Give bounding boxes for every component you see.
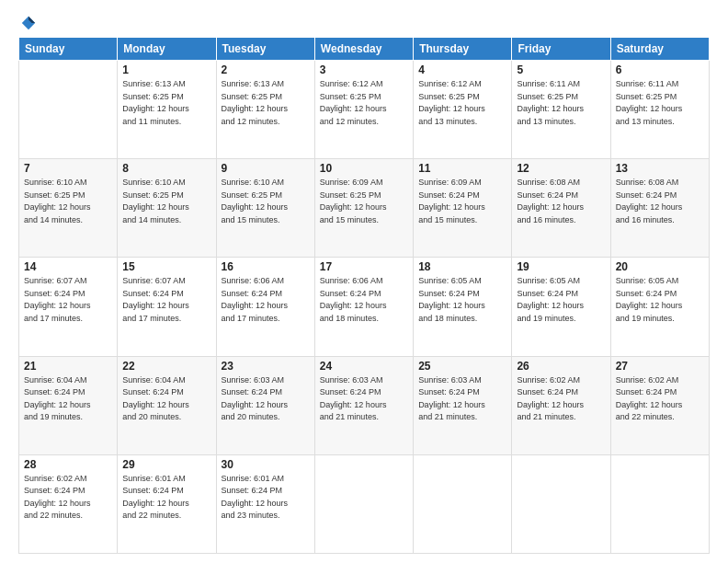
calendar-cell: 7Sunrise: 6:10 AM Sunset: 6:25 PM Daylig… — [19, 159, 118, 258]
day-info: Sunrise: 6:12 AM Sunset: 6:25 PM Dayligh… — [418, 78, 506, 128]
calendar-cell — [610, 454, 709, 553]
calendar-cell: 15Sunrise: 6:07 AM Sunset: 6:24 PM Dayli… — [118, 258, 216, 356]
calendar-week-row: 7Sunrise: 6:10 AM Sunset: 6:25 PM Daylig… — [19, 159, 710, 258]
day-info: Sunrise: 6:10 AM Sunset: 6:25 PM Dayligh… — [122, 177, 210, 226]
day-number: 8 — [122, 162, 210, 175]
day-number: 12 — [517, 162, 605, 175]
day-info: Sunrise: 6:13 AM Sunset: 6:25 PM Dayligh… — [222, 78, 310, 128]
day-number: 25 — [418, 360, 506, 373]
logo-icon — [20, 15, 37, 31]
day-of-week-header: Monday — [118, 38, 216, 61]
day-number: 20 — [616, 260, 704, 273]
calendar-cell: 4Sunrise: 6:12 AM Sunset: 6:25 PM Daylig… — [414, 61, 512, 159]
day-number: 1 — [122, 63, 210, 76]
day-info: Sunrise: 6:10 AM Sunset: 6:25 PM Dayligh… — [24, 177, 112, 226]
day-info: Sunrise: 6:01 AM Sunset: 6:24 PM Dayligh… — [222, 473, 310, 523]
day-number: 23 — [222, 360, 310, 373]
day-info: Sunrise: 6:03 AM Sunset: 6:24 PM Dayligh… — [320, 374, 408, 424]
day-number: 26 — [517, 360, 605, 373]
calendar-cell: 21Sunrise: 6:04 AM Sunset: 6:24 PM Dayli… — [19, 356, 118, 454]
day-of-week-header: Tuesday — [216, 38, 314, 61]
day-info: Sunrise: 6:01 AM Sunset: 6:24 PM Dayligh… — [122, 473, 210, 523]
calendar-cell: 2Sunrise: 6:13 AM Sunset: 6:25 PM Daylig… — [216, 61, 314, 159]
day-number: 14 — [24, 260, 112, 273]
day-number: 15 — [122, 260, 210, 273]
logo — [18, 15, 37, 28]
day-info: Sunrise: 6:08 AM Sunset: 6:24 PM Dayligh… — [517, 177, 605, 226]
day-info: Sunrise: 6:09 AM Sunset: 6:24 PM Dayligh… — [418, 177, 506, 226]
day-info: Sunrise: 6:02 AM Sunset: 6:24 PM Dayligh… — [517, 374, 605, 424]
day-number: 18 — [418, 260, 506, 273]
day-number: 7 — [24, 162, 112, 175]
day-number: 28 — [24, 458, 112, 471]
day-of-week-header: Wednesday — [314, 38, 413, 61]
day-number: 11 — [418, 162, 506, 175]
day-info: Sunrise: 6:09 AM Sunset: 6:25 PM Dayligh… — [320, 177, 408, 226]
day-number: 19 — [517, 260, 605, 273]
calendar-cell — [314, 454, 413, 553]
calendar-cell: 24Sunrise: 6:03 AM Sunset: 6:24 PM Dayli… — [314, 356, 413, 454]
calendar-cell: 14Sunrise: 6:07 AM Sunset: 6:24 PM Dayli… — [19, 258, 118, 356]
calendar-cell: 29Sunrise: 6:01 AM Sunset: 6:24 PM Dayli… — [118, 454, 216, 553]
day-of-week-header: Sunday — [19, 38, 118, 61]
calendar-cell: 17Sunrise: 6:06 AM Sunset: 6:24 PM Dayli… — [314, 258, 413, 356]
day-number: 9 — [222, 162, 310, 175]
day-info: Sunrise: 6:08 AM Sunset: 6:24 PM Dayligh… — [616, 177, 704, 226]
day-of-week-header: Saturday — [610, 38, 709, 61]
day-number: 29 — [122, 458, 210, 471]
day-info: Sunrise: 6:07 AM Sunset: 6:24 PM Dayligh… — [122, 275, 210, 325]
day-number: 24 — [320, 360, 408, 373]
day-number: 5 — [517, 63, 605, 76]
calendar-week-row: 28Sunrise: 6:02 AM Sunset: 6:24 PM Dayli… — [19, 454, 710, 553]
day-number: 22 — [122, 360, 210, 373]
calendar-cell: 19Sunrise: 6:05 AM Sunset: 6:24 PM Dayli… — [512, 258, 610, 356]
calendar-cell: 9Sunrise: 6:10 AM Sunset: 6:25 PM Daylig… — [216, 159, 314, 258]
day-number: 2 — [222, 63, 310, 76]
calendar-cell: 3Sunrise: 6:12 AM Sunset: 6:25 PM Daylig… — [314, 61, 413, 159]
day-info: Sunrise: 6:05 AM Sunset: 6:24 PM Dayligh… — [418, 275, 506, 325]
logo-text — [18, 15, 37, 31]
calendar-cell: 12Sunrise: 6:08 AM Sunset: 6:24 PM Dayli… — [512, 159, 610, 258]
day-info: Sunrise: 6:13 AM Sunset: 6:25 PM Dayligh… — [122, 78, 210, 128]
calendar-cell: 11Sunrise: 6:09 AM Sunset: 6:24 PM Dayli… — [414, 159, 512, 258]
day-info: Sunrise: 6:10 AM Sunset: 6:25 PM Dayligh… — [222, 177, 310, 226]
calendar-week-row: 21Sunrise: 6:04 AM Sunset: 6:24 PM Dayli… — [19, 356, 710, 454]
calendar-cell: 28Sunrise: 6:02 AM Sunset: 6:24 PM Dayli… — [19, 454, 118, 553]
page: SundayMondayTuesdayWednesdayThursdayFrid… — [0, 0, 728, 563]
day-number: 30 — [222, 458, 310, 471]
calendar-week-row: 1Sunrise: 6:13 AM Sunset: 6:25 PM Daylig… — [19, 61, 710, 159]
day-info: Sunrise: 6:04 AM Sunset: 6:24 PM Dayligh… — [24, 374, 112, 424]
calendar-cell — [512, 454, 610, 553]
calendar-cell: 27Sunrise: 6:02 AM Sunset: 6:24 PM Dayli… — [610, 356, 709, 454]
day-info: Sunrise: 6:11 AM Sunset: 6:25 PM Dayligh… — [616, 78, 704, 128]
calendar-week-row: 14Sunrise: 6:07 AM Sunset: 6:24 PM Dayli… — [19, 258, 710, 356]
calendar-cell: 25Sunrise: 6:03 AM Sunset: 6:24 PM Dayli… — [414, 356, 512, 454]
day-number: 21 — [24, 360, 112, 373]
calendar-cell: 30Sunrise: 6:01 AM Sunset: 6:24 PM Dayli… — [216, 454, 314, 553]
day-info: Sunrise: 6:03 AM Sunset: 6:24 PM Dayligh… — [418, 374, 506, 424]
header — [18, 15, 710, 28]
day-info: Sunrise: 6:04 AM Sunset: 6:24 PM Dayligh… — [122, 374, 210, 424]
day-number: 6 — [616, 63, 704, 76]
calendar-cell: 26Sunrise: 6:02 AM Sunset: 6:24 PM Dayli… — [512, 356, 610, 454]
day-info: Sunrise: 6:05 AM Sunset: 6:24 PM Dayligh… — [517, 275, 605, 325]
day-number: 4 — [418, 63, 506, 76]
day-number: 13 — [616, 162, 704, 175]
day-number: 10 — [320, 162, 408, 175]
day-number: 17 — [320, 260, 408, 273]
day-number: 3 — [320, 63, 408, 76]
calendar-cell: 10Sunrise: 6:09 AM Sunset: 6:25 PM Dayli… — [314, 159, 413, 258]
day-number: 16 — [222, 260, 310, 273]
day-of-week-header: Friday — [512, 38, 610, 61]
day-info: Sunrise: 6:06 AM Sunset: 6:24 PM Dayligh… — [320, 275, 408, 325]
calendar-cell: 1Sunrise: 6:13 AM Sunset: 6:25 PM Daylig… — [118, 61, 216, 159]
calendar-cell: 22Sunrise: 6:04 AM Sunset: 6:24 PM Dayli… — [118, 356, 216, 454]
calendar-cell: 5Sunrise: 6:11 AM Sunset: 6:25 PM Daylig… — [512, 61, 610, 159]
day-info: Sunrise: 6:05 AM Sunset: 6:24 PM Dayligh… — [616, 275, 704, 325]
calendar-cell: 23Sunrise: 6:03 AM Sunset: 6:24 PM Dayli… — [216, 356, 314, 454]
calendar-cell: 8Sunrise: 6:10 AM Sunset: 6:25 PM Daylig… — [118, 159, 216, 258]
day-info: Sunrise: 6:11 AM Sunset: 6:25 PM Dayligh… — [517, 78, 605, 128]
calendar-header-row: SundayMondayTuesdayWednesdayThursdayFrid… — [19, 38, 710, 61]
calendar-cell: 20Sunrise: 6:05 AM Sunset: 6:24 PM Dayli… — [610, 258, 709, 356]
day-info: Sunrise: 6:12 AM Sunset: 6:25 PM Dayligh… — [320, 78, 408, 128]
